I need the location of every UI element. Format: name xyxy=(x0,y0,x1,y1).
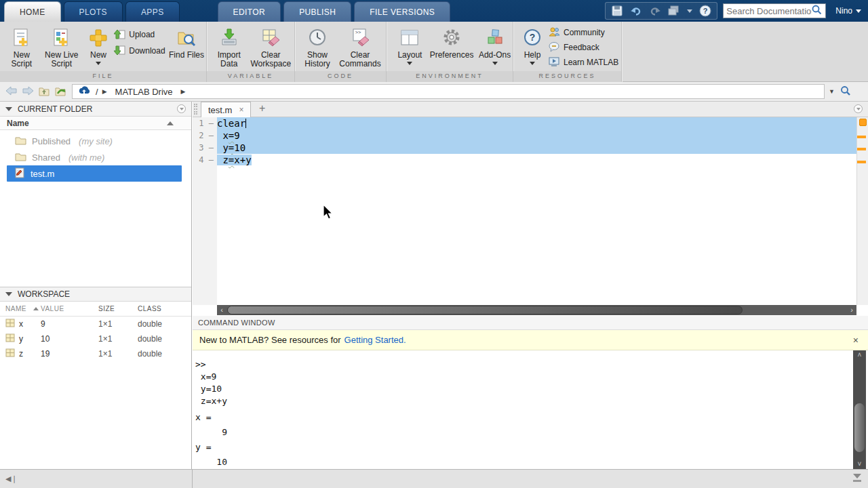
help-ribbon-icon: ? xyxy=(521,27,543,49)
preferences-button[interactable]: Preferences xyxy=(428,24,475,60)
tabstrip-grip[interactable] xyxy=(194,104,197,115)
new-live-script-button[interactable]: New Live Script xyxy=(41,24,83,68)
up-folder-icon[interactable] xyxy=(38,85,50,98)
command-window-scrollbar[interactable]: ˄ ˅ xyxy=(853,350,866,469)
ribbon-section-code: ShowHistory >> ClearCommands CODE xyxy=(295,22,387,82)
workspace-row-z[interactable]: z 19 1×1 double xyxy=(0,346,191,361)
path-dropdown-icon[interactable]: ▼ xyxy=(829,88,835,95)
learn-matlab-icon xyxy=(549,56,560,68)
svg-text:?: ? xyxy=(703,7,708,15)
scroll-down-icon[interactable]: ˅ xyxy=(853,460,866,469)
prompt[interactable]: >> xyxy=(195,359,853,371)
mfile-icon xyxy=(15,167,25,180)
new-script-icon xyxy=(11,27,33,49)
path-root[interactable]: / xyxy=(96,87,98,97)
user-menu[interactable]: Nino xyxy=(831,6,861,16)
banner-close-icon[interactable]: × xyxy=(853,335,861,346)
collapse-panel-icon[interactable] xyxy=(5,107,12,111)
search-icon[interactable] xyxy=(812,5,822,17)
browse-folder-icon[interactable] xyxy=(54,85,66,98)
editor-horizontal-scrollbar[interactable]: ‹ › xyxy=(217,305,856,315)
warning-tick[interactable] xyxy=(857,136,866,138)
getting-started-link[interactable]: Getting Started. xyxy=(344,335,406,345)
minimize-console-icon[interactable] xyxy=(853,474,861,482)
clear-commands-button[interactable]: >> ClearCommands xyxy=(336,24,384,77)
scrollbar-thumb[interactable] xyxy=(854,403,865,452)
new-script-button[interactable]: New Script xyxy=(4,24,39,68)
tab-publish[interactable]: PUBLISH xyxy=(283,1,351,22)
search-input[interactable] xyxy=(726,6,812,16)
help-button[interactable]: ? Help xyxy=(517,24,547,65)
feedback-button[interactable]: Feedback xyxy=(549,41,618,53)
show-history-button[interactable]: ShowHistory xyxy=(300,24,334,68)
community-button[interactable]: Community xyxy=(549,26,618,38)
workspace-column-headers[interactable]: NAME VALUE SIZE CLASS xyxy=(0,302,191,317)
warning-tick[interactable] xyxy=(857,161,866,163)
forward-icon[interactable] xyxy=(22,85,34,98)
folder-row-published[interactable]: Published(my site) xyxy=(0,133,191,149)
upload-button[interactable]: Upload xyxy=(114,28,165,40)
editor-menu-icon[interactable] xyxy=(854,104,863,113)
learn-matlab-button[interactable]: Learn MATLAB xyxy=(549,56,618,68)
import-data-button[interactable]: ImportData xyxy=(212,24,246,68)
download-button[interactable]: Download xyxy=(114,45,165,56)
scroll-left-icon[interactable]: ‹ xyxy=(217,305,226,315)
redo-icon[interactable] xyxy=(649,5,661,17)
warning-tick[interactable] xyxy=(857,148,866,150)
code-editor[interactable]: clear x=9 y=10 z=x+y xyxy=(217,117,856,305)
code-line-4[interactable]: z=x+y xyxy=(217,154,856,166)
collapse-workspace-icon[interactable] xyxy=(5,292,12,296)
editor-tab-label: test.m xyxy=(208,105,232,115)
scroll-up-icon[interactable]: ˄ xyxy=(853,350,866,360)
copy-dropdown-icon[interactable] xyxy=(687,9,692,13)
folder-row-shared[interactable]: Shared(with me) xyxy=(0,149,191,165)
workspace-row-x[interactable]: x 9 1×1 double xyxy=(0,317,191,331)
file-row-testm[interactable]: test.m xyxy=(7,165,182,182)
tab-home[interactable]: HOME xyxy=(4,1,61,22)
close-tab-icon[interactable]: × xyxy=(239,105,243,115)
add-ons-button[interactable]: Add-Ons xyxy=(477,24,513,65)
editor-area: test.m × + 1 – 2 – 3 – 4 – clear x=9 y=1… xyxy=(193,102,868,316)
banner-text: New to MATLAB? See resources for xyxy=(199,335,341,345)
tab-editor[interactable]: EDITOR xyxy=(218,1,281,22)
clear-workspace-button[interactable]: ClearWorkspace xyxy=(248,24,294,77)
copy-windows-icon[interactable] xyxy=(668,5,680,17)
analyzer-status-icon[interactable] xyxy=(859,119,867,126)
workspace-panel: WORKSPACE NAME VALUE SIZE CLASS x 9 1×1 … xyxy=(0,287,191,361)
back-icon[interactable] xyxy=(5,85,18,98)
scrollbar-thumb[interactable] xyxy=(227,306,743,314)
address-search-icon[interactable] xyxy=(840,85,851,98)
feedback-icon xyxy=(549,41,560,53)
save-icon[interactable] xyxy=(611,5,623,17)
command-window-output[interactable]: >> x=9 y=10 z=x+y x = 9 y = 10 xyxy=(193,350,853,469)
command-window-header: COMMAND WINDOW xyxy=(193,316,868,330)
layout-icon xyxy=(399,27,420,49)
new-button[interactable]: New xyxy=(84,24,113,65)
find-files-button[interactable]: Find Files xyxy=(167,24,206,60)
panel-divider xyxy=(192,470,193,488)
tab-file-versions[interactable]: FILE VERSIONS xyxy=(354,1,450,22)
path-crumb[interactable]: MATLAB Drive xyxy=(115,87,173,97)
tab-apps[interactable]: APPS xyxy=(125,1,180,22)
undo-icon[interactable] xyxy=(630,5,642,17)
tab-plots[interactable]: PLOTS xyxy=(64,1,123,22)
preferences-icon xyxy=(441,27,462,49)
current-folder-path[interactable]: / ▶ MATLAB Drive ▶ xyxy=(72,84,825,99)
name-column-header[interactable]: Name xyxy=(0,117,191,130)
collapse-sidebar-icon[interactable]: ◀❘ xyxy=(5,474,18,483)
breadcrumb-arrow-icon[interactable]: ▶ xyxy=(102,88,107,95)
workspace-row-y[interactable]: y 10 1×1 double xyxy=(0,331,191,346)
variable-icon xyxy=(5,348,15,359)
layout-button[interactable]: Layout xyxy=(393,24,427,65)
code-line-1[interactable]: clear xyxy=(217,117,856,129)
breadcrumb-arrow-icon[interactable]: ▶ xyxy=(181,88,186,95)
code-line-3[interactable]: y=10 xyxy=(217,142,856,154)
quick-access-toolbar: ? Nino xyxy=(605,0,868,22)
scroll-right-icon[interactable]: › xyxy=(847,305,856,315)
code-line-2[interactable]: x=9 xyxy=(217,129,856,142)
new-tab-icon[interactable]: + xyxy=(255,102,269,115)
editor-tab-testm[interactable]: test.m × xyxy=(201,102,251,117)
help-icon[interactable]: ? xyxy=(699,5,711,17)
panel-menu-icon[interactable] xyxy=(177,104,186,113)
editor-gutter: 1 – 2 – 3 – 4 – xyxy=(193,117,217,305)
